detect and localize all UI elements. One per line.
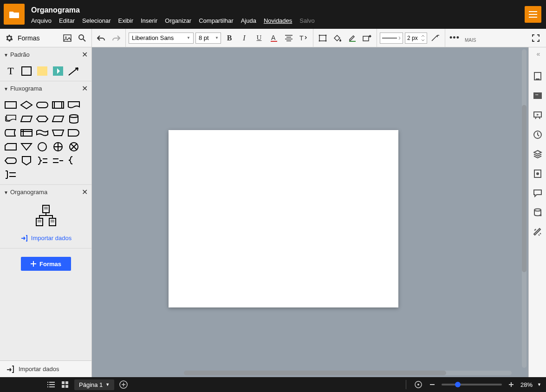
shape-document[interactable] — [67, 99, 81, 111]
underline-button[interactable]: U — [253, 32, 266, 45]
shape-delay[interactable] — [67, 127, 81, 139]
scrollbar-thumb[interactable] — [522, 105, 526, 272]
text-color-button[interactable]: A — [267, 32, 280, 45]
shape-rect-outline[interactable] — [20, 65, 33, 77]
shape-merge[interactable] — [20, 141, 33, 153]
shape-sum[interactable] — [67, 141, 81, 153]
shape-style-button[interactable] — [316, 32, 329, 45]
panel-chat-icon[interactable] — [532, 188, 543, 199]
shape-action[interactable] — [51, 65, 65, 77]
import-data-link[interactable]: Importar dados — [0, 231, 91, 248]
add-shapes-button[interactable]: Formas — [21, 257, 71, 271]
grid-view-button[interactable] — [60, 380, 70, 389]
horizontal-scrollbar[interactable] — [184, 371, 512, 375]
menu-exibir[interactable]: Exibir — [118, 17, 133, 24]
shape-database[interactable] — [67, 113, 81, 125]
panel-present-icon[interactable] — [532, 110, 543, 121]
list-view-button[interactable] — [46, 380, 56, 389]
shape-or[interactable] — [51, 141, 65, 153]
font-size-select[interactable]: 8 pt — [195, 33, 221, 44]
bold-button[interactable]: B — [223, 32, 236, 45]
menu-arquivo[interactable]: Arquivo — [31, 17, 52, 24]
shape-offpage[interactable] — [20, 155, 33, 167]
shape-orgchart[interactable] — [34, 204, 58, 228]
border-color-button[interactable] — [346, 32, 359, 45]
canvas[interactable] — [92, 47, 528, 377]
line-width-select[interactable]: 2 px — [405, 33, 427, 44]
fullscreen-button[interactable] — [529, 32, 542, 45]
menu-selecionar[interactable]: Selecionar — [82, 17, 110, 24]
menu-inserir[interactable]: Inserir — [141, 17, 157, 24]
shape-brace-right[interactable] — [35, 155, 49, 167]
shape-parallelogram[interactable] — [51, 113, 65, 125]
hamburger-menu-button[interactable] — [525, 6, 541, 23]
app-logo[interactable] — [4, 4, 25, 25]
chevron-down-icon[interactable]: ▼ — [537, 382, 541, 387]
redo-button[interactable] — [110, 32, 123, 45]
search-button[interactable] — [76, 32, 89, 45]
slider-thumb[interactable] — [455, 382, 461, 387]
zoom-label[interactable]: 28% — [520, 381, 533, 388]
import-data-bottom[interactable]: Importar dados — [0, 360, 91, 377]
text-format-button[interactable]: T — [297, 32, 310, 45]
page-tab[interactable]: Página 1▼ — [74, 379, 114, 390]
shape-tape[interactable] — [35, 127, 49, 139]
document-title[interactable]: Organograma — [31, 6, 525, 14]
panel-comments-icon[interactable]: "" — [532, 90, 543, 101]
zoom-fit-button[interactable] — [414, 380, 423, 389]
fill-button[interactable] — [331, 32, 344, 45]
shape-connector[interactable] — [35, 141, 49, 153]
line-style-select[interactable] — [380, 33, 403, 44]
close-icon[interactable]: ✕ — [82, 84, 88, 93]
close-icon[interactable]: ✕ — [82, 50, 88, 59]
menu-compartilhar[interactable]: Compartilhar — [199, 17, 233, 24]
collapse-panel-button[interactable]: « — [537, 50, 539, 58]
add-page-button[interactable] — [119, 380, 128, 389]
scrollbar-thumb[interactable] — [184, 371, 446, 375]
shape-display[interactable] — [4, 155, 18, 167]
shape-note[interactable] — [35, 65, 49, 77]
shape-multidoc[interactable] — [4, 113, 18, 125]
line-options-button[interactable] — [429, 32, 442, 45]
shape-process[interactable] — [4, 99, 18, 111]
shape-storage[interactable] — [4, 127, 18, 139]
shape-arrow[interactable] — [67, 65, 81, 77]
group-header-organograma[interactable]: ▼Organograma ✕ — [0, 185, 91, 199]
document-page[interactable] — [169, 130, 398, 307]
panel-data-icon[interactable] — [532, 207, 543, 218]
shape-annotation[interactable] — [51, 155, 65, 167]
shapes-settings-button[interactable] — [3, 32, 16, 45]
shape-text[interactable]: T — [4, 65, 18, 77]
italic-button[interactable]: I — [238, 32, 251, 45]
shape-card[interactable] — [4, 141, 18, 153]
image-button[interactable] — [61, 32, 74, 45]
shape-internal[interactable] — [20, 127, 33, 139]
align-button[interactable] — [282, 32, 295, 45]
font-select[interactable]: Liberation Sans — [129, 33, 194, 44]
group-header-padrao[interactable]: ▼Padrão ✕ — [0, 47, 91, 61]
vertical-scrollbar[interactable] — [522, 49, 526, 368]
shape-terminator[interactable] — [35, 99, 49, 111]
close-icon[interactable]: ✕ — [82, 188, 88, 196]
shape-brace-left[interactable] — [67, 155, 81, 167]
panel-layers-icon[interactable] — [532, 149, 543, 160]
zoom-slider[interactable] — [442, 384, 502, 385]
panel-history-icon[interactable] — [532, 129, 543, 140]
panel-magic-icon[interactable] — [532, 227, 543, 238]
shape-predefined[interactable] — [51, 99, 65, 111]
menu-novidades[interactable]: Novidades — [264, 17, 292, 24]
menu-ajuda[interactable]: Ajuda — [241, 17, 256, 24]
shape-options-button[interactable] — [361, 32, 374, 45]
zoom-in-button[interactable] — [507, 380, 516, 389]
panel-page-icon[interactable] — [532, 71, 543, 82]
undo-button[interactable] — [95, 32, 108, 45]
group-header-fluxograma[interactable]: ▼Fluxograma ✕ — [0, 81, 91, 95]
shape-note-bracket[interactable] — [4, 169, 18, 181]
shape-hexagon[interactable] — [35, 113, 49, 125]
shape-decision[interactable] — [20, 99, 33, 111]
zoom-out-button[interactable] — [428, 380, 437, 389]
menu-organizar[interactable]: Organizar — [165, 17, 191, 24]
shape-data[interactable] — [20, 113, 33, 125]
more-button[interactable]: ••• — [448, 32, 461, 45]
panel-theme-icon[interactable] — [532, 168, 543, 179]
